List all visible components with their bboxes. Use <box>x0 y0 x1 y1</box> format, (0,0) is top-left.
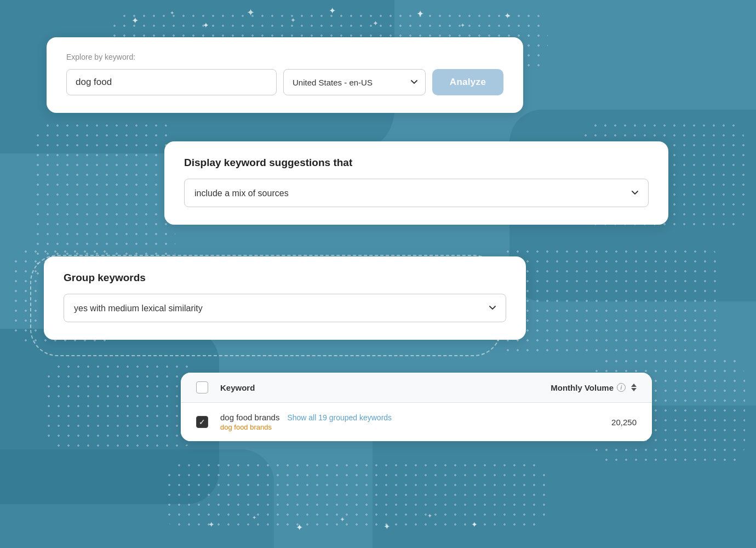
source-filter-select[interactable]: include a mix of sources only include Go… <box>184 179 649 207</box>
sparkle-7: ✦ <box>373 19 379 27</box>
sparkle-4: ✦ <box>247 7 255 19</box>
volume-column-header: Monthly Volume i <box>551 383 637 392</box>
sparkle-b6: ✦ <box>427 512 432 520</box>
sparkle-3: ✦ <box>203 21 209 30</box>
sparkle-b1: ✦ <box>208 520 215 529</box>
keyword-text: dog food brands <box>220 413 279 422</box>
sparkle-1: ✦ <box>131 15 139 26</box>
sparkle-b7: ✦ <box>471 520 478 529</box>
volume-info-icon[interactable]: i <box>617 383 626 392</box>
group-card: Group keywords yes with medium lexical s… <box>44 256 526 340</box>
header-checkbox-col <box>196 381 220 393</box>
keywords-table: Keyword Monthly Volume i ✓ dog food bran… <box>181 373 652 441</box>
show-all-grouped-link[interactable]: Show all 19 grouped keywords <box>287 413 392 422</box>
display-card: Display keyword suggestions that include… <box>164 141 668 225</box>
sparkle-2: ✦ <box>170 10 174 16</box>
sparkle-b5: ✦ <box>383 522 391 532</box>
analyze-button[interactable]: Analyze <box>432 69 503 95</box>
sparkle-5: ✦ <box>290 16 296 24</box>
row-checkbox[interactable]: ✓ <box>196 416 208 428</box>
locale-select[interactable]: United States - en-US United Kingdom - e… <box>283 69 426 95</box>
sparkle-b3: ✦ <box>296 522 303 533</box>
keyword-cell: dog food brands Show all 19 grouped keyw… <box>220 413 587 431</box>
keyword-input[interactable] <box>66 69 277 95</box>
grouping-select[interactable]: yes with medium lexical similarity yes w… <box>64 294 506 322</box>
table-header: Keyword Monthly Volume i <box>181 373 652 403</box>
row-checkbox-col: ✓ <box>196 416 220 428</box>
keyword-tag: dog food brands <box>220 423 587 431</box>
select-all-checkbox[interactable] <box>196 381 208 393</box>
sparkle-b4: ✦ <box>340 516 345 523</box>
sparkle-8: ✦ <box>416 8 424 20</box>
table-row: ✓ dog food brands Show all 19 grouped ke… <box>181 403 652 441</box>
sparkle-9: ✦ <box>460 22 465 29</box>
sparkle-b2: ✦ <box>252 515 256 521</box>
sparkle-6: ✦ <box>329 5 336 16</box>
explore-row: United States - en-US United Kingdom - e… <box>66 69 503 95</box>
keyword-column-header: Keyword <box>220 383 551 392</box>
group-title: Group keywords <box>64 272 506 284</box>
explore-card: Explore by keyword: United States - en-U… <box>47 37 523 113</box>
display-title: Display keyword suggestions that <box>184 157 649 169</box>
sort-icon[interactable] <box>631 384 637 391</box>
explore-label: Explore by keyword: <box>66 53 503 61</box>
volume-cell: 20,250 <box>587 418 637 427</box>
sparkle-10: ✦ <box>504 11 511 21</box>
